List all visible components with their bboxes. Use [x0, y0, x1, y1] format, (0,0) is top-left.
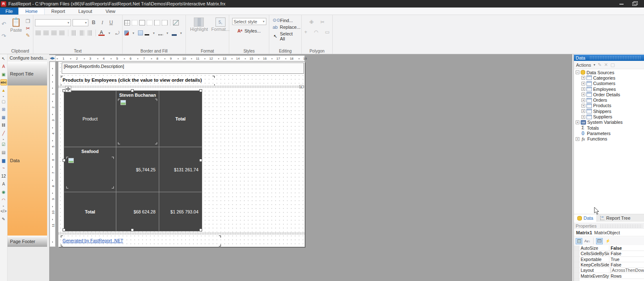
tree-item-system-variables[interactable]: + var System Variables [574, 120, 644, 125]
line-width-icon[interactable] [172, 34, 176, 36]
flyout-arrow-icon[interactable]: ▸ [0, 205, 7, 207]
band-report-title[interactable]: Report Title [8, 62, 47, 85]
polygon-delete-icon[interactable]: ▭ [325, 29, 330, 35]
tab-home[interactable]: Home [18, 8, 45, 15]
bold-button[interactable]: B [90, 19, 97, 26]
fill-color-icon[interactable] [124, 30, 129, 35]
matrix-column-header-cell[interactable]: Steven Buchanan [116, 91, 159, 147]
inside-borders-icon[interactable] [147, 20, 153, 25]
tab-file[interactable]: File [0, 8, 18, 15]
description-text-object[interactable]: [Report.ReportInfo.Description] [62, 63, 304, 74]
tab-report-tree[interactable]: Report Tree [597, 214, 634, 222]
text-color-button[interactable]: A [98, 30, 105, 36]
property-row-autosize[interactable]: AutoSize False [574, 246, 644, 251]
line-color-dropdown-icon[interactable]: ▾ [151, 30, 157, 37]
selection-handle[interactable] [199, 159, 202, 162]
fill-style-icon[interactable] [138, 30, 143, 35]
font-family-select[interactable]: ▾ [35, 19, 71, 26]
polygon-bend-icon[interactable]: ✂ [321, 19, 325, 25]
outside-borders-icon[interactable] [139, 20, 145, 25]
tree-item-totals[interactable]: Σ Totals [574, 125, 644, 130]
replace-button[interactable]: ab Replace... [273, 25, 298, 30]
align-bottom-icon[interactable] [87, 30, 93, 37]
format-button[interactable]: 5, Format... [211, 18, 230, 32]
property-row-exportable[interactable]: Exportable True [574, 257, 644, 262]
tab-data[interactable]: Data [574, 214, 597, 222]
tree-item-categories[interactable]: + Categories [574, 75, 644, 80]
collapse-icon[interactable]: − [576, 70, 579, 74]
property-row-matrixevenstyle[interactable]: MatrixEvenStyle Rows [574, 273, 644, 278]
selection-handle[interactable] [131, 228, 134, 231]
table-object-icon[interactable]: ⊞ [0, 106, 7, 113]
signature-object-icon[interactable]: ✎ [0, 216, 7, 222]
html-object-icon[interactable]: </> [0, 208, 7, 214]
tree-item-employees[interactable]: + Employees [574, 86, 644, 92]
line-style-dropdown-icon[interactable]: ▾ [165, 30, 170, 37]
report-page[interactable]: [Report.ReportInfo.Description] Products… [58, 62, 305, 247]
selected-object-row[interactable]: Matrix1 MatrixObject [574, 229, 644, 236]
font-size-select[interactable]: ▾ [73, 19, 88, 26]
align-right-icon[interactable] [51, 30, 57, 37]
highlight-button[interactable]: Highlight [190, 18, 208, 32]
tab-view[interactable]: View [99, 8, 122, 15]
align-center-icon[interactable] [43, 30, 49, 37]
polygon-add-point-icon[interactable]: + [304, 29, 307, 35]
selection-handle[interactable] [63, 89, 65, 92]
tree-item-shippers[interactable]: + Shippers [574, 108, 644, 114]
flyout-arrow-icon[interactable]: ▸ [0, 95, 7, 97]
gauge-object-icon[interactable]: ◠ [0, 197, 7, 203]
line-width-dropdown-icon[interactable]: ▾ [178, 30, 184, 37]
band-page-footer[interactable]: Page Footer [8, 236, 47, 247]
find-button[interactable]: ⊙⊙ Find... [273, 18, 298, 23]
polygon-move-icon[interactable]: ✙ [309, 19, 313, 25]
footer-link-text-object[interactable]: Generated by FastReport .NET [63, 238, 123, 243]
matrix-move-handle[interactable] [65, 86, 71, 92]
align-middle-icon[interactable] [79, 30, 85, 37]
align-justify-icon[interactable] [59, 30, 65, 37]
left-border-icon[interactable] [154, 20, 160, 25]
undo-button[interactable]: ↶ [2, 21, 6, 27]
paste-button[interactable]: 📋 Paste [9, 17, 23, 38]
expand-icon[interactable]: + [576, 120, 579, 124]
map-object-icon[interactable]: ◉ [0, 189, 7, 195]
delete-icon[interactable]: ✕ [604, 62, 608, 68]
matrix-grand-total-cell[interactable]: $1 265 793.04 [159, 192, 202, 231]
matrix-object[interactable]: Product Steven Buchanan Total Seafood [64, 90, 202, 231]
right-border-icon[interactable] [162, 20, 168, 25]
tree-item-products[interactable]: + Products [574, 103, 644, 108]
richtext-object-icon[interactable]: abc [0, 79, 7, 85]
tree-item-data-sources[interactable]: − Data Sources [574, 70, 644, 75]
maximize-button[interactable] [631, 2, 636, 6]
matrix-value-cell[interactable]: $5,744.25 [116, 147, 159, 192]
report-title-text-object[interactable]: Products by Employees (click the value t… [63, 78, 202, 83]
expand-icon[interactable]: + [581, 98, 585, 102]
tree-item-orders[interactable]: + Orders [574, 97, 644, 103]
events-icon[interactable]: ⚡ [604, 238, 611, 244]
tree-item-order-details[interactable]: + Order Details [574, 92, 644, 97]
picture-object-icon[interactable]: ▣ [0, 71, 7, 78]
selection-handle[interactable] [199, 89, 202, 92]
configure-bands-button[interactable]: Configure bands... [8, 54, 49, 62]
selection-handle[interactable] [63, 159, 65, 162]
edit-icon[interactable]: ✎ [598, 62, 601, 68]
chart-object-icon[interactable]: ▆ [0, 157, 7, 163]
style-select[interactable]: Select style▾ [232, 18, 266, 25]
tree-item-functions[interactable]: + fx Functions [574, 136, 644, 142]
expand-icon[interactable]: + [581, 115, 585, 119]
copy-icon[interactable]: ❐ [25, 18, 31, 24]
no-borders-icon[interactable] [132, 20, 138, 25]
categorized-view-icon[interactable] [576, 238, 582, 244]
actions-dropdown-icon[interactable]: ▾ [594, 63, 595, 67]
matrix-corner-cell[interactable]: Product [64, 91, 116, 147]
property-row-partial[interactable] [574, 279, 644, 281]
data-panel-titlebar[interactable]: Data [574, 55, 644, 61]
selection-handle[interactable] [199, 228, 202, 231]
line-style-icon[interactable] [158, 34, 163, 35]
border-props-icon[interactable] [173, 20, 179, 25]
checkbox-object-icon[interactable]: ☑ [0, 141, 7, 148]
underline-button[interactable]: U [108, 19, 115, 26]
properties-view-icon[interactable] [596, 238, 603, 244]
expand-icon[interactable]: + [581, 76, 585, 80]
alphabetical-sort-icon[interactable]: Az↓ [584, 238, 591, 244]
band-collapse-icon[interactable]: ▶ [299, 85, 303, 88]
